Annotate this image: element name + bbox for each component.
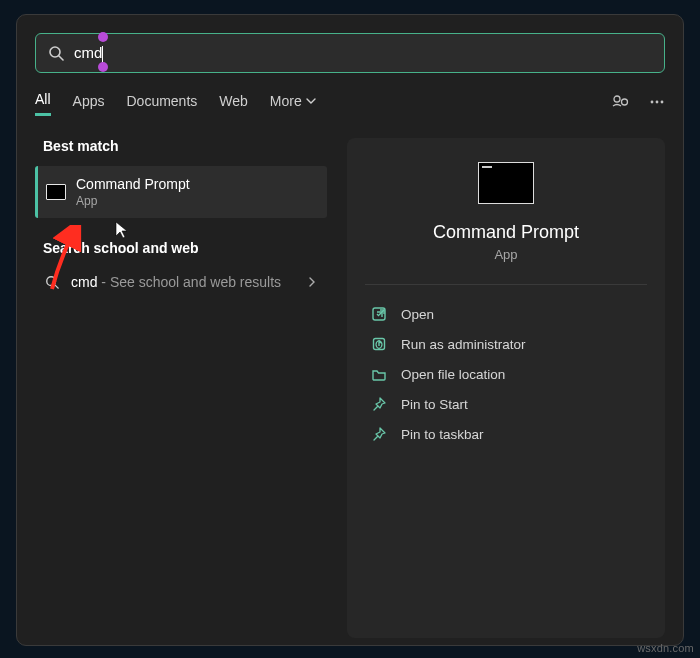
annotation-dot bbox=[98, 32, 108, 42]
filter-tabs: All Apps Documents Web More bbox=[35, 91, 665, 116]
divider bbox=[365, 284, 647, 285]
svg-line-1 bbox=[59, 56, 63, 60]
chevron-right-icon bbox=[307, 277, 317, 287]
action-open[interactable]: Open bbox=[365, 299, 647, 329]
svg-line-8 bbox=[55, 285, 59, 289]
tab-web[interactable]: Web bbox=[219, 93, 248, 115]
results-area: Best match Command Prompt App Search sch… bbox=[35, 138, 665, 638]
svg-point-2 bbox=[614, 96, 620, 102]
details-subtitle: App bbox=[365, 247, 647, 262]
svg-point-4 bbox=[651, 101, 654, 104]
action-loc-label: Open file location bbox=[401, 367, 505, 382]
action-admin-label: Run as administrator bbox=[401, 337, 526, 352]
svg-point-6 bbox=[661, 101, 664, 104]
action-pin-start[interactable]: Pin to Start bbox=[365, 389, 647, 419]
svg-point-5 bbox=[656, 101, 659, 104]
chevron-down-icon bbox=[306, 96, 316, 106]
search-icon bbox=[45, 275, 59, 289]
folder-icon bbox=[371, 366, 387, 382]
search-box[interactable]: cmd bbox=[35, 33, 665, 73]
tab-apps[interactable]: Apps bbox=[73, 93, 105, 115]
results-list: Best match Command Prompt App Search sch… bbox=[35, 138, 327, 638]
search-input[interactable]: cmd bbox=[74, 44, 103, 62]
action-run-admin[interactable]: Run as administrator bbox=[365, 329, 647, 359]
search-query-text: cmd bbox=[74, 44, 102, 61]
details-pane: Command Prompt App Open Run as administr… bbox=[347, 138, 665, 638]
search-icon bbox=[48, 45, 64, 61]
web-result-desc: - See school and web results bbox=[97, 274, 281, 290]
pin-icon bbox=[371, 396, 387, 412]
school-web-header: Search school and web bbox=[43, 240, 325, 256]
org-search-icon[interactable] bbox=[611, 94, 631, 113]
action-open-label: Open bbox=[401, 307, 434, 322]
best-match-header: Best match bbox=[43, 138, 325, 154]
more-options-icon[interactable] bbox=[649, 94, 665, 113]
web-result-term: cmd bbox=[71, 274, 97, 290]
svg-point-3 bbox=[622, 99, 628, 105]
best-match-subtitle: App bbox=[76, 194, 190, 208]
tab-more-label: More bbox=[270, 93, 302, 109]
action-pin-start-label: Pin to Start bbox=[401, 397, 468, 412]
tab-more[interactable]: More bbox=[270, 93, 316, 115]
web-result-item[interactable]: cmd - See school and web results bbox=[35, 266, 327, 298]
annotation-dot bbox=[98, 62, 108, 72]
start-search-panel: cmd All Apps Documents Web More bbox=[16, 14, 684, 646]
pin-icon bbox=[371, 426, 387, 442]
best-match-item[interactable]: Command Prompt App bbox=[35, 166, 327, 218]
details-title: Command Prompt bbox=[365, 222, 647, 243]
watermark: wsxdn.com bbox=[637, 642, 694, 654]
app-preview-icon bbox=[478, 162, 534, 204]
tab-documents[interactable]: Documents bbox=[126, 93, 197, 115]
cmd-app-icon bbox=[46, 184, 66, 200]
best-match-title: Command Prompt bbox=[76, 176, 190, 192]
open-icon bbox=[371, 306, 387, 322]
action-pin-taskbar[interactable]: Pin to taskbar bbox=[365, 419, 647, 449]
text-caret bbox=[102, 46, 103, 62]
tab-all[interactable]: All bbox=[35, 91, 51, 116]
action-pin-taskbar-label: Pin to taskbar bbox=[401, 427, 484, 442]
shield-icon bbox=[371, 336, 387, 352]
action-open-location[interactable]: Open file location bbox=[365, 359, 647, 389]
